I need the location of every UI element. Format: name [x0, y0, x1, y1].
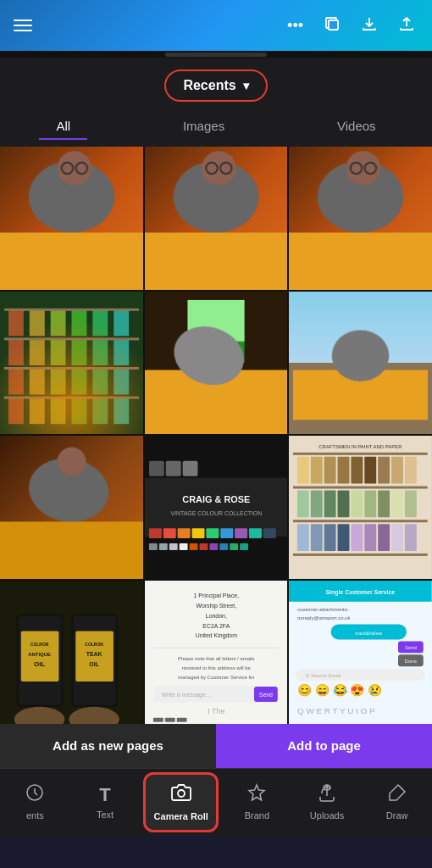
- nav-item-draw[interactable]: Draw: [362, 769, 432, 836]
- photo-cell-9[interactable]: CRAFTSMEN IN PAINT AND PAPER: [289, 436, 432, 579]
- photo-cell-7[interactable]: [0, 436, 143, 579]
- svg-rect-36: [324, 457, 336, 484]
- photo-cell-10[interactable]: COLRON ANTIQUE OIL COLRON TEAK OIL: [0, 581, 143, 724]
- filter-tabs: All Images Videos: [0, 110, 432, 147]
- photo-cell-1[interactable]: [0, 147, 143, 290]
- photo-cell-6[interactable]: [289, 292, 432, 435]
- svg-text:😊 😄 😂 😍 😢: 😊 😄 😂 😍 😢: [297, 683, 383, 698]
- svg-rect-27: [182, 461, 197, 476]
- recents-header: Recents ▾: [0, 58, 432, 110]
- svg-rect-34: [297, 457, 309, 484]
- svg-rect-48: [365, 491, 377, 518]
- svg-text:CRAIG & ROSE: CRAIG & ROSE: [182, 495, 250, 505]
- svg-text:Q W E R T Y U I O P: Q W E R T Y U I O P: [297, 706, 375, 715]
- svg-point-110: [178, 790, 185, 797]
- photo-cell-3[interactable]: [289, 147, 432, 290]
- top-bar-left: [14, 19, 39, 31]
- top-bar-right: •••: [284, 12, 418, 40]
- notch: [165, 53, 267, 57]
- svg-text:Q  Search Email: Q Search Email: [306, 673, 341, 678]
- photo-cell-11[interactable]: 1 Principal Place, Worship Street, Londo…: [145, 581, 288, 724]
- svg-rect-12: [235, 528, 247, 538]
- photo-cell-5[interactable]: [145, 292, 288, 435]
- svg-text:I    The: I The: [208, 707, 224, 715]
- text-icon: T: [99, 784, 110, 806]
- svg-text:COLRON: COLRON: [85, 643, 103, 647]
- svg-rect-21: [209, 543, 218, 550]
- svg-rect-8: [177, 528, 190, 538]
- nav-item-camera-roll[interactable]: Camera Roll: [143, 772, 219, 832]
- svg-rect-60: [405, 525, 417, 552]
- svg-text:noreply@amazon.co.uk: noreply@amazon.co.uk: [297, 615, 350, 620]
- nav-item-brand[interactable]: Brand: [222, 769, 292, 836]
- svg-rect-91: [153, 718, 163, 722]
- svg-text:managed by Customer Service fo: managed by Customer Service for: [178, 675, 254, 680]
- photo-cell-12[interactable]: Single Customer Service customer-attachm…: [289, 581, 432, 724]
- hamburger-icon[interactable]: [14, 19, 32, 31]
- svg-text:VINTAGE COLOUR COLLECTION: VINTAGE COLOUR COLLECTION: [170, 511, 262, 517]
- nav-uploads-label: Uploads: [310, 810, 344, 821]
- svg-text:ANTIQUE: ANTIQUE: [28, 652, 51, 657]
- tab-all[interactable]: All: [39, 114, 87, 140]
- svg-text:Write a message...: Write a message...: [162, 692, 211, 698]
- svg-rect-6: [149, 528, 162, 538]
- svg-rect-50: [391, 491, 403, 518]
- svg-rect-39: [365, 457, 377, 484]
- svg-rect-42: [405, 457, 417, 484]
- svg-text:COLRON: COLRON: [30, 643, 49, 647]
- svg-rect-47: [352, 491, 363, 518]
- download-button[interactable]: [357, 12, 381, 40]
- svg-rect-17: [169, 543, 177, 550]
- photo-cell-4[interactable]: [0, 292, 143, 435]
- svg-text:Please note that all letters /: Please note that all letters / emails: [178, 656, 254, 661]
- svg-text:TEAK: TEAK: [86, 651, 102, 657]
- svg-rect-35: [311, 457, 323, 484]
- svg-text:United Kingdom: United Kingdom: [195, 632, 237, 639]
- nav-item-uploads[interactable]: Uploads: [292, 769, 363, 836]
- bottom-nav: ents T Text Camera Roll Brand: [0, 768, 432, 836]
- svg-rect-9: [191, 528, 204, 538]
- svg-text:Done: Done: [405, 659, 418, 664]
- svg-text:London,: London,: [205, 613, 226, 619]
- share-button[interactable]: [395, 12, 418, 40]
- tab-images[interactable]: Images: [166, 114, 241, 140]
- svg-text:customer-attachments-: customer-attachments-: [297, 607, 349, 612]
- more-options-button[interactable]: •••: [284, 14, 307, 38]
- svg-rect-59: [391, 525, 403, 552]
- svg-rect-43: [297, 491, 309, 518]
- svg-rect-32: [293, 520, 428, 523]
- svg-rect-37: [338, 457, 350, 484]
- svg-rect-20: [199, 543, 208, 550]
- recents-icon: [25, 783, 44, 807]
- add-to-page-button[interactable]: Add to page: [216, 724, 432, 768]
- nav-item-text[interactable]: T Text: [70, 769, 141, 836]
- svg-rect-14: [263, 528, 276, 538]
- svg-text:Worship Street,: Worship Street,: [196, 603, 236, 609]
- svg-rect-38: [352, 457, 363, 484]
- photo-cell-2[interactable]: [145, 147, 288, 290]
- image-grid: CRAIG & ROSE VINTAGE COLOUR COLLECTION: [0, 147, 432, 724]
- add-as-new-pages-button[interactable]: Add as new pages: [0, 724, 216, 768]
- svg-rect-57: [365, 525, 377, 552]
- svg-rect-49: [379, 491, 390, 518]
- svg-rect-52: [297, 525, 309, 552]
- svg-rect-1: [329, 20, 338, 30]
- svg-rect-13: [249, 528, 262, 538]
- recents-dropdown-button[interactable]: Recents ▾: [164, 70, 267, 102]
- nav-camera-roll-label: Camera Roll: [154, 811, 208, 821]
- brand-icon: [247, 783, 266, 807]
- svg-rect-18: [179, 543, 187, 550]
- svg-rect-58: [379, 525, 390, 552]
- svg-rect-22: [219, 543, 228, 550]
- svg-rect-26: [165, 461, 180, 476]
- svg-rect-15: [149, 543, 158, 550]
- tab-videos[interactable]: Videos: [320, 114, 393, 140]
- notch-bar: [0, 51, 432, 58]
- svg-rect-7: [163, 528, 175, 538]
- svg-text:Send: Send: [405, 645, 417, 650]
- main-content: Recents ▾ All Images Videos: [0, 58, 432, 836]
- clone-button[interactable]: [320, 12, 344, 40]
- nav-item-recents[interactable]: ents: [0, 769, 70, 836]
- svg-rect-56: [352, 525, 363, 552]
- photo-cell-8[interactable]: CRAIG & ROSE VINTAGE COLOUR COLLECTION: [145, 436, 288, 579]
